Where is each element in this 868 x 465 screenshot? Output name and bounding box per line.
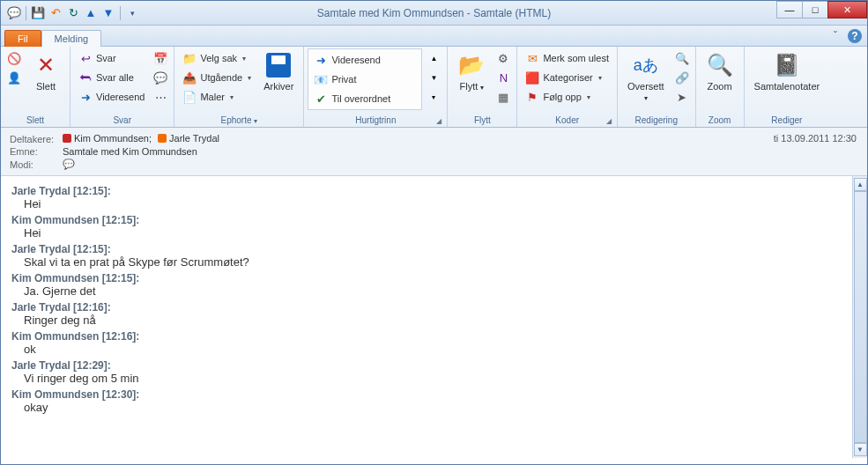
forward-icon: ➜ bbox=[314, 53, 328, 67]
vertical-scrollbar[interactable]: ▲ ▼ bbox=[852, 176, 867, 458]
participant[interactable]: Kim Ommundsen; bbox=[63, 133, 152, 144]
chat-mode-icon: 💬 bbox=[63, 159, 75, 169]
oversett-button[interactable]: aあ Oversett▾ bbox=[621, 48, 671, 106]
message: Jarle Trydal [12:29]:Vi ringer deg om 5 … bbox=[11, 359, 842, 385]
message: Kim Ommundsen [12:16]:ok bbox=[11, 330, 842, 356]
chat-icon[interactable]: 💬 bbox=[6, 5, 22, 21]
arrow-down-icon[interactable]: ▼ bbox=[100, 5, 116, 21]
save-icon[interactable]: 💾 bbox=[30, 5, 46, 21]
launcher-icon[interactable]: ◢ bbox=[606, 117, 612, 125]
arkiver-button[interactable]: Arkiver bbox=[257, 48, 300, 94]
separator bbox=[120, 6, 121, 20]
outgoing-icon: 📤 bbox=[182, 70, 197, 85]
participants-label: Deltakere: bbox=[10, 134, 63, 144]
ribbon: 🚫 👤 ✕ Slett Slett ↩Svar ⮪Svar alle ➜Vide… bbox=[1, 47, 867, 128]
scroll-down-button[interactable]: ▼ bbox=[854, 443, 867, 456]
group-label-rediger: Rediger bbox=[748, 114, 827, 127]
folgopp-button[interactable]: ⚑Følg opp▾ bbox=[521, 87, 613, 107]
window-title: Samtale med Kim Ommundsen - Samtale (HTM… bbox=[317, 7, 551, 19]
message-text: Skal vi ta en prat på Skype før Scrummøt… bbox=[11, 255, 842, 269]
group-slett: 🚫 👤 ✕ Slett Slett bbox=[1, 47, 70, 127]
quickstep-down-icon[interactable]: ▼ bbox=[424, 68, 443, 87]
ignore-icon[interactable]: 🚫 bbox=[4, 48, 24, 68]
conversation-pane[interactable]: Jarle Trydal [12:15]:HeiKim Ommundsen [1… bbox=[1, 176, 852, 458]
minimize-ribbon-icon[interactable]: ˇ bbox=[828, 29, 842, 43]
im-icon[interactable]: 💬 bbox=[151, 68, 170, 87]
private-icon: 📧 bbox=[314, 72, 328, 86]
undo-icon[interactable]: ↶ bbox=[48, 5, 63, 21]
reply-all-button[interactable]: ⮪Svar alle bbox=[74, 68, 149, 87]
meeting-icon[interactable]: 📅 bbox=[151, 48, 170, 68]
message: Jarle Trydal [12:16]:Ringer deg nå bbox=[11, 301, 842, 327]
message: Kim Ommundsen [12:30]:okay bbox=[11, 388, 842, 414]
group-label-redigering: Redigering bbox=[621, 114, 692, 127]
notater-button[interactable]: 📓 Samtalenotater bbox=[748, 48, 827, 94]
quick-overordnet-button[interactable]: ✔Til overordnet bbox=[309, 89, 420, 108]
reply-all-icon: ⮪ bbox=[78, 70, 93, 85]
quick-privat-button[interactable]: 📧Privat bbox=[309, 70, 420, 89]
subject-label: Emne: bbox=[10, 146, 63, 157]
participant[interactable]: Jarle Trydal bbox=[158, 133, 219, 144]
scroll-track[interactable] bbox=[854, 191, 867, 443]
kategoriser-button[interactable]: 🟥Kategoriser▾ bbox=[521, 68, 613, 87]
group-label-ephorte: Ephorte ▾ bbox=[178, 114, 300, 127]
rules-icon[interactable]: ⚙ bbox=[493, 48, 513, 68]
message-text: Hei bbox=[11, 226, 842, 240]
close-button[interactable]: ✕ bbox=[827, 1, 867, 18]
minimize-button[interactable]: — bbox=[776, 1, 803, 18]
more-reply-icon[interactable]: ⋯ bbox=[151, 87, 170, 107]
tab-fil[interactable]: Fil bbox=[4, 30, 41, 47]
maler-button[interactable]: 📄Maler▾ bbox=[178, 87, 256, 107]
onenote-icon[interactable]: N bbox=[493, 68, 513, 87]
message: Kim Ommundsen [12:15]:Hei bbox=[11, 214, 842, 240]
scroll-thumb[interactable] bbox=[854, 191, 867, 443]
message-text: Ja. Gjerne det bbox=[11, 284, 842, 298]
tab-melding[interactable]: Melding bbox=[41, 30, 102, 47]
title-bar: 💬 💾 ↶ ↻ ▲ ▼ ▾ Samtale med Kim Ommundsen … bbox=[1, 1, 867, 26]
group-koder: ✉Merk som ulest 🟥Kategoriser▾ ⚑Følg opp▾… bbox=[517, 47, 618, 127]
zoom-button[interactable]: 🔍 Zoom bbox=[700, 48, 740, 94]
launcher-icon[interactable]: ◢ bbox=[436, 117, 441, 125]
find-icon[interactable]: 🔍 bbox=[672, 48, 692, 68]
related-icon[interactable]: 🔗 bbox=[672, 68, 692, 87]
group-zoom: 🔍 Zoom Zoom bbox=[696, 47, 745, 127]
message: Kim Ommundsen [12:15]:Ja. Gjerne det bbox=[11, 272, 842, 298]
forward-button[interactable]: ➜Videresend bbox=[74, 87, 149, 107]
group-svar: ↩Svar ⮪Svar alle ➜Videresend 📅 💬 ⋯ Svar bbox=[70, 47, 174, 127]
group-redigering: aあ Oversett▾ 🔍 🔗 ➤ Redigering bbox=[618, 47, 696, 127]
redo-icon[interactable]: ↻ bbox=[65, 5, 81, 21]
select-icon[interactable]: ➤ bbox=[672, 87, 692, 107]
junk-icon[interactable]: 👤 bbox=[4, 68, 24, 87]
message-header: Jarle Trydal [12:15]: bbox=[11, 243, 842, 255]
folder-icon: 📁 bbox=[182, 51, 197, 65]
velg-sak-button[interactable]: 📁Velg sak▾ bbox=[178, 48, 256, 68]
message-text: Hei bbox=[11, 197, 842, 210]
delete-button[interactable]: ✕ Slett bbox=[26, 48, 66, 94]
delete-icon: ✕ bbox=[32, 51, 60, 79]
message: Jarle Trydal [12:15]:Skal vi ta en prat … bbox=[11, 243, 842, 269]
ulest-button[interactable]: ✉Merk som ulest bbox=[521, 48, 613, 68]
unread-icon: ✉ bbox=[525, 51, 539, 65]
separator bbox=[26, 6, 26, 20]
maximize-button[interactable]: □ bbox=[802, 1, 828, 18]
ribbon-tabs: Fil Melding ˇ ? bbox=[1, 26, 867, 47]
quickstep-more-icon[interactable]: ▾ bbox=[424, 87, 443, 107]
presence-away-icon bbox=[158, 134, 167, 143]
message-text: okay bbox=[11, 401, 842, 414]
scroll-up-button[interactable]: ▲ bbox=[854, 178, 867, 191]
actions-icon[interactable]: ▦ bbox=[493, 87, 513, 107]
quickstep-up-icon[interactable]: ▲ bbox=[424, 48, 443, 68]
arrow-up-icon[interactable]: ▲ bbox=[83, 5, 99, 21]
modi-value: 💬 bbox=[63, 159, 75, 170]
qat-dropdown-icon[interactable]: ▾ bbox=[124, 5, 140, 21]
message-header: Kim Ommundsen [12:30]: bbox=[11, 388, 842, 401]
help-icon[interactable]: ? bbox=[848, 29, 862, 43]
reply-icon: ↩ bbox=[78, 51, 93, 65]
group-rediger: 📓 Samtalenotater Rediger bbox=[745, 47, 830, 127]
utgaende-button[interactable]: 📤Utgående▾ bbox=[178, 68, 256, 87]
quick-videresend-button[interactable]: ➜Videresend bbox=[309, 50, 420, 70]
message-header: ti 13.09.2011 12:30 Deltakere: Kim Ommun… bbox=[1, 128, 867, 176]
reply-button[interactable]: ↩Svar bbox=[74, 48, 149, 68]
message-text: Ringer deg nå bbox=[11, 314, 842, 327]
flytt-button[interactable]: 📂 Flytt ▾ bbox=[451, 48, 492, 95]
